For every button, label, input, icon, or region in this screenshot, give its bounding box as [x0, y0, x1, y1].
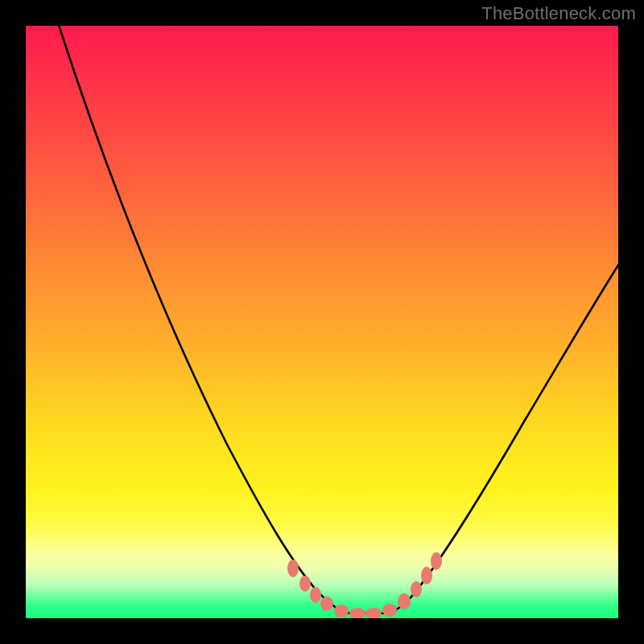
svg-point-0	[287, 559, 299, 577]
watermark-text: TheBottleneck.com	[481, 3, 636, 24]
svg-point-9	[411, 581, 422, 597]
svg-point-2	[310, 587, 321, 603]
svg-point-4	[334, 605, 349, 617]
svg-point-3	[320, 597, 333, 611]
bottleneck-curve	[26, 26, 618, 618]
plot-area	[26, 26, 618, 618]
svg-point-6	[365, 608, 382, 618]
svg-point-10	[421, 567, 432, 584]
svg-point-11	[431, 552, 442, 570]
svg-point-7	[382, 604, 397, 617]
svg-point-8	[398, 593, 411, 609]
chart-frame: TheBottleneck.com	[0, 0, 644, 644]
svg-point-1	[299, 576, 311, 592]
svg-point-5	[349, 608, 365, 618]
curve-markers	[287, 552, 442, 618]
